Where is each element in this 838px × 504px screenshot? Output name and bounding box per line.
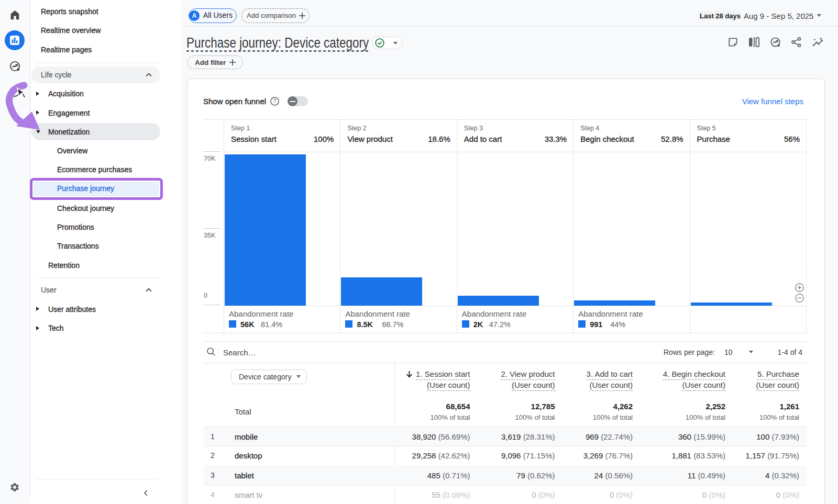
svg-text:?: ? (273, 98, 277, 104)
